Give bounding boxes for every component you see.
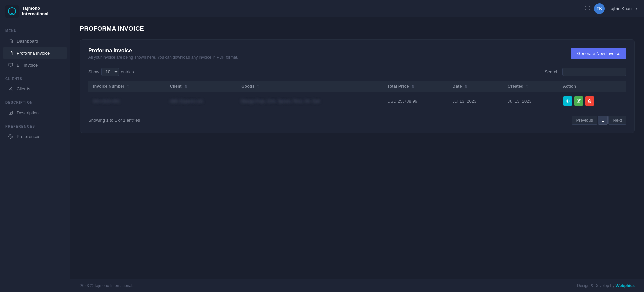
page-content: PROFORMA INVOICE Proforma Invoice All yo…: [70, 17, 644, 279]
cell-action: [558, 92, 626, 110]
logo-drop: [11, 13, 13, 16]
cell-created: Jul 13, 2023: [503, 92, 558, 110]
svg-point-3: [10, 87, 12, 89]
avatar: TK: [594, 3, 605, 14]
sidebar: Tajmoho International MENU Dashboard Pro…: [0, 0, 70, 292]
cell-invoice-number: INV-2023-001: [88, 92, 165, 110]
search-label: Search:: [545, 69, 560, 74]
sidebar-item-description[interactable]: Description: [3, 107, 67, 118]
logo-text: Tajmoho International: [22, 6, 48, 17]
cell-goods: Mango Pulp, Chili, Spices, Rice, Oil, Sa…: [236, 92, 383, 110]
th-date[interactable]: Date ⇅: [448, 81, 503, 92]
next-button[interactable]: Next: [608, 116, 626, 125]
card-title: Proforma Invoice: [88, 48, 238, 54]
card-header: Proforma Invoice All your invoice are be…: [88, 48, 626, 60]
th-client[interactable]: Client ⇅: [165, 81, 236, 92]
sidebar-item-label: Proforma Invoice: [17, 51, 50, 56]
th-created[interactable]: Created ⇅: [503, 81, 558, 92]
topbar-right: TK Tajbin Khan ▾: [585, 3, 637, 14]
generate-invoice-button[interactable]: Generate New Invoice: [571, 48, 626, 59]
bill-icon: [8, 62, 13, 68]
preferences-section-label: PREFERENCES: [0, 119, 70, 130]
table-footer: Showing 1 to 1 of 1 entries Previous 1 N…: [88, 116, 626, 125]
cell-date: Jul 13, 2023: [448, 92, 503, 110]
th-invoice-number[interactable]: Invoice Number ⇅: [88, 81, 165, 92]
menu-section-label: MENU: [0, 23, 70, 35]
card-header-text: Proforma Invoice All your invoice are be…: [88, 48, 238, 60]
sort-icon: ⇅: [127, 85, 130, 88]
chevron-down-icon: ▾: [636, 7, 637, 10]
data-table: Invoice Number ⇅ Client ⇅ Goods ⇅ Tota: [88, 81, 626, 110]
pagination: Previous 1 Next: [572, 116, 626, 125]
th-goods[interactable]: Goods ⇅: [236, 81, 383, 92]
edit-button[interactable]: [574, 96, 583, 106]
gear-icon: [8, 134, 13, 139]
description-section-label: DESCRIPTION: [0, 95, 70, 106]
showing-entries-text: Showing 1 to 1 of 1 entries: [88, 118, 140, 123]
topbar-left: [77, 4, 86, 13]
sidebar-item-preferences[interactable]: Preferences: [3, 131, 67, 142]
sort-icon: ⇅: [464, 85, 467, 88]
user-name[interactable]: Tajbin Khan: [609, 6, 632, 11]
entries-label: entries: [121, 69, 134, 74]
svg-point-12: [567, 101, 568, 102]
entries-select[interactable]: 10 25 50: [101, 68, 119, 76]
sidebar-item-label: Clients: [17, 86, 30, 91]
svg-rect-0: [9, 63, 13, 66]
page-number: 1: [598, 116, 608, 125]
th-action: Action: [558, 81, 626, 92]
clients-section-label: CLIENTS: [0, 71, 70, 83]
sort-icon: ⇅: [184, 85, 187, 88]
svg-point-8: [10, 136, 11, 137]
sidebar-item-label: Dashboard: [17, 39, 38, 44]
logo-icon: [5, 5, 19, 18]
sort-icon: ⇅: [257, 85, 260, 88]
delete-button[interactable]: [585, 96, 594, 106]
table-row: INV-2023-001 ABC Exports Ltd. Mango Pulp…: [88, 92, 626, 110]
description-icon: [8, 110, 13, 115]
copyright-text: 2023 © Tajmoho International.: [80, 283, 133, 288]
topbar: TK Tajbin Khan ▾: [70, 0, 644, 17]
page-footer: 2023 © Tajmoho International. Design & D…: [70, 279, 644, 292]
sidebar-item-clients[interactable]: Clients: [3, 83, 67, 94]
view-button[interactable]: [563, 96, 572, 106]
search-box: Search:: [545, 68, 626, 76]
cell-total-price: USD 25,788.99: [383, 92, 448, 110]
home-icon: [8, 38, 13, 44]
sidebar-item-label: Description: [17, 110, 39, 115]
sidebar-item-dashboard[interactable]: Dashboard: [3, 35, 67, 47]
clients-icon: [8, 86, 13, 91]
sort-icon: ⇅: [526, 85, 529, 88]
previous-button[interactable]: Previous: [572, 116, 597, 125]
document-icon: [8, 50, 13, 56]
content-card: Proforma Invoice All your invoice are be…: [80, 39, 635, 133]
sidebar-item-label: Preferences: [17, 134, 40, 139]
page-title: PROFORMA INVOICE: [80, 25, 635, 32]
main-content: TK Tajbin Khan ▾ PROFORMA INVOICE Profor…: [70, 0, 644, 292]
hamburger-button[interactable]: [77, 4, 86, 13]
sidebar-item-label: Bill Invoice: [17, 63, 38, 68]
fullscreen-button[interactable]: [585, 5, 590, 12]
sidebar-item-proforma-invoice[interactable]: Proforma Invoice: [3, 47, 67, 59]
table-header-row: Invoice Number ⇅ Client ⇅ Goods ⇅ Tota: [88, 81, 626, 92]
design-credit: Design & Develop by Webphics: [577, 283, 635, 288]
cell-client: ABC Exports Ltd.: [165, 92, 236, 110]
sidebar-item-bill-invoice[interactable]: Bill Invoice: [3, 59, 67, 71]
table-controls: Show 10 25 50 entries Search:: [88, 68, 626, 76]
card-subtitle: All your invoice are being shown here. Y…: [88, 55, 238, 60]
sort-icon: ⇅: [411, 85, 414, 88]
sidebar-logo: Tajmoho International: [0, 0, 70, 23]
th-total-price[interactable]: Total Price ⇅: [383, 81, 448, 92]
search-input[interactable]: [562, 68, 626, 76]
show-entries: Show 10 25 50 entries: [88, 68, 134, 76]
show-label: Show: [88, 69, 99, 74]
